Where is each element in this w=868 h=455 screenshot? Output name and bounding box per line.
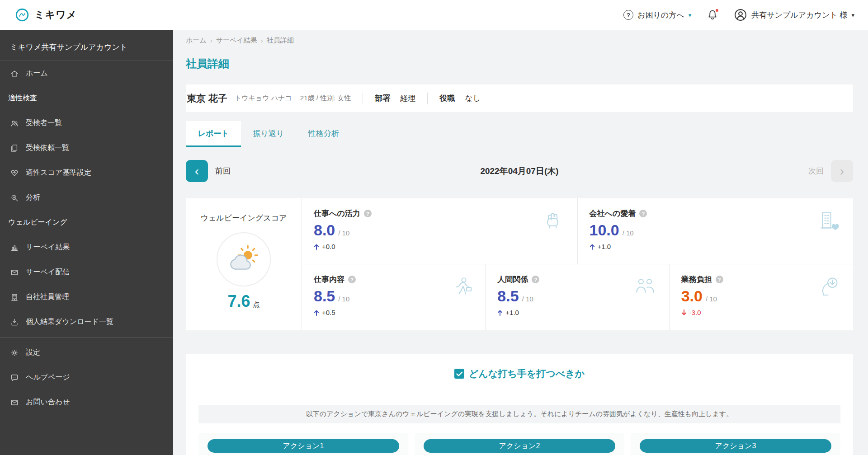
action-card-1: アクション1 考えすぎるよりも、やりながら考えられるような環境を提	[198, 433, 408, 455]
sidebar-item-examinees[interactable]: 受検者一覧	[0, 111, 173, 136]
sidebar: ミキワメ共有サンプルアカウント ホーム 適性検査 受検者一覧 受検依頼一覧 適性…	[0, 30, 173, 455]
sidebar-item-label: 自社社員管理	[26, 292, 69, 302]
action-3-badge: アクション3	[640, 439, 831, 453]
header-right: ? お困りの方へ ▾ 共有サンプルアカウント 様 ▾	[623, 8, 854, 22]
sidebar-item-home[interactable]: ホーム	[0, 61, 173, 86]
metric-max: / 10	[338, 295, 349, 303]
breadcrumb-survey-results[interactable]: サーベイ結果	[216, 36, 257, 45]
mail-icon	[10, 398, 19, 407]
metric-delta: +1.0	[505, 309, 519, 316]
breadcrumb: ホーム › サーベイ結果 › 社員詳細	[186, 36, 853, 45]
up-arrow-icon	[314, 244, 319, 250]
logo[interactable]: ミキワメ	[14, 7, 77, 23]
building-heart-icon	[816, 208, 842, 235]
vertical-divider	[363, 93, 363, 104]
help-tooltip-icon[interactable]: ?	[532, 276, 539, 283]
sidebar-item-label: 受検者一覧	[26, 118, 62, 128]
next-survey-button[interactable]: ›	[831, 160, 853, 182]
metric-delta: -3.0	[689, 309, 701, 316]
documents-icon	[10, 144, 19, 153]
advice-header: どんな打ち手を打つべきか	[186, 354, 853, 392]
sidebar-account-title: ミキワメ共有サンプルアカウント	[0, 38, 173, 61]
metric-job-content: 仕事内容 ? 8.5 / 10 +0.5	[302, 264, 486, 330]
metric-delta: +0.0	[322, 243, 335, 250]
sidebar-item-analysis[interactable]: 分析	[0, 185, 173, 210]
metric-human-relations: 人間関係 ? 8.5 / 10 +1.0	[486, 264, 669, 330]
sidebar-item-label: お問い合わせ	[26, 398, 70, 407]
sidebar-item-survey-delivery[interactable]: サーベイ配信	[0, 260, 173, 285]
date-navigation: ‹ 前回 2022年04月07日(木) 次回 ›	[186, 160, 853, 182]
metrics-grid: 仕事への活力 ? 8.0 / 10 +0.0	[302, 198, 853, 330]
sidebar-item-settings[interactable]: 設定	[0, 340, 173, 365]
down-arrow-icon	[681, 310, 687, 316]
sidebar-item-contact[interactable]: お問い合わせ	[0, 390, 173, 415]
magnifier-chart-icon	[10, 193, 19, 202]
metric-label: 人間関係	[497, 274, 528, 285]
metric-delta: +0.5	[322, 309, 335, 316]
help-caret-down-icon: ▾	[689, 12, 692, 18]
department-label: 部署	[375, 93, 390, 103]
gear-icon	[10, 348, 19, 357]
action-card-3: アクション3 他部署との連携やいつもと違う仕事にアサインしてみまし	[631, 433, 840, 455]
wellbeing-score-card: ウェルビーイングスコア 7.6 点 仕事への活力	[186, 198, 853, 330]
help-question-icon: ?	[623, 10, 633, 20]
position-value: なし	[465, 93, 481, 103]
bar-chart-icon	[10, 243, 19, 252]
sidebar-section-aptitude: 適性検査	[0, 86, 173, 111]
metric-max: / 10	[338, 229, 349, 237]
sidebar-item-label: 設定	[26, 348, 40, 357]
mikiwame-logo-icon	[14, 7, 30, 23]
breadcrumb-home[interactable]: ホーム	[186, 36, 207, 45]
metric-value: 8.5	[497, 287, 519, 305]
tab-review[interactable]: 振り返り	[241, 121, 296, 147]
prev-label: 前回	[215, 166, 231, 176]
metric-value: 8.0	[314, 221, 335, 239]
metric-work-vitality: 仕事への活力 ? 8.0 / 10 +0.0	[302, 198, 578, 264]
help-tooltip-icon[interactable]: ?	[639, 210, 647, 217]
account-caret-down-icon: ▾	[851, 12, 854, 18]
metric-max: / 10	[522, 295, 533, 303]
department-value: 経理	[400, 93, 415, 103]
notification-badge	[715, 8, 719, 13]
tab-report[interactable]: レポート	[186, 121, 241, 147]
survey-date: 2022年04月07日(木)	[186, 165, 853, 177]
sidebar-item-score-settings[interactable]: 適性スコア基準設定	[0, 160, 173, 185]
help-menu[interactable]: ? お困りの方へ ▾	[623, 10, 691, 20]
checkbox-check-icon	[454, 369, 464, 379]
mail-icon	[10, 268, 19, 277]
help-tooltip-icon[interactable]: ?	[348, 276, 356, 283]
worker-briefcase-icon	[448, 274, 474, 300]
user-icon	[734, 8, 747, 22]
account-menu[interactable]: 共有サンプルアカウント 様 ▾	[734, 8, 854, 22]
metric-delta: +1.0	[598, 243, 611, 250]
help-tooltip-icon[interactable]: ?	[716, 276, 723, 283]
sidebar-item-exam-requests[interactable]: 受検依頼一覧	[0, 136, 173, 160]
tab-personality-analysis[interactable]: 性格分析	[296, 121, 351, 147]
sidebar-item-label: ホーム	[26, 69, 48, 78]
metric-label: 業務負担	[681, 274, 712, 285]
users-icon	[10, 119, 19, 128]
metric-label: 仕事内容	[314, 274, 344, 285]
prev-survey-button[interactable]: ‹	[186, 160, 208, 182]
sidebar-item-personal-downloads[interactable]: 個人結果ダウンロード一覧	[0, 310, 173, 334]
sidebar-item-survey-results[interactable]: サーベイ結果	[0, 235, 173, 260]
advice-description: 以下のアクションで東京さんのウェルビーイングの実現を支援しましょう。それによりチ…	[198, 405, 840, 423]
sidebar-item-employee-management[interactable]: 自社社員管理	[0, 285, 173, 310]
metric-value: 10.0	[590, 221, 619, 239]
action-1-badge: アクション1	[208, 439, 399, 453]
metric-workload: 業務負担 ? 3.0 / 10 -3.0	[670, 264, 853, 330]
sidebar-item-help[interactable]: ヘルプページ	[0, 365, 173, 390]
chevron-right-icon: ›	[840, 165, 844, 178]
weather-sun-cloud-icon	[227, 243, 260, 276]
metric-label: 仕事への活力	[314, 208, 360, 219]
sidebar-item-label: 適性スコア基準設定	[26, 168, 91, 178]
help-label: お困りの方へ	[637, 10, 684, 20]
account-label: 共有サンプルアカウント 様	[751, 10, 847, 20]
chevron-left-icon: ‹	[195, 165, 199, 178]
fist-icon	[540, 208, 566, 235]
notifications-button[interactable]	[707, 9, 718, 21]
sidebar-item-label: ヘルプページ	[26, 373, 70, 382]
help-tooltip-icon[interactable]: ?	[364, 210, 372, 217]
top-header: ミキワメ ? お困りの方へ ▾ 共有サンプルアカウント 様 ▾	[0, 0, 868, 30]
metric-company-attachment: 会社への愛着 ? 10.0 / 10 +1.0	[578, 198, 854, 264]
